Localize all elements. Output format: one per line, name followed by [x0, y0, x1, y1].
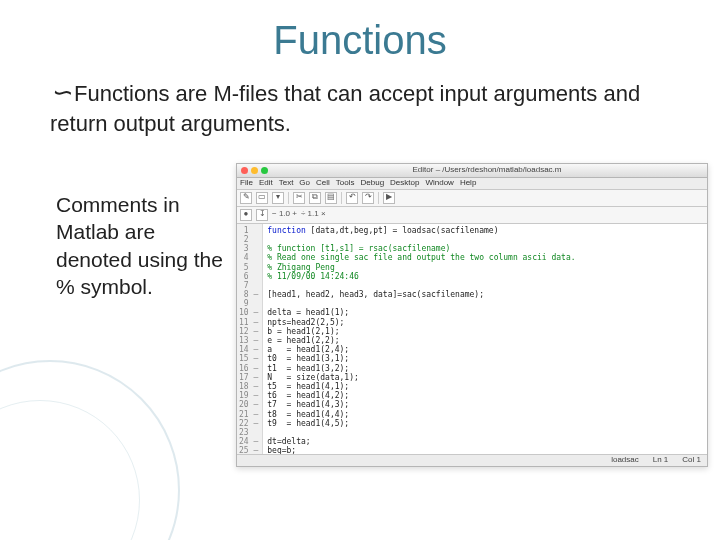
code-content[interactable]: function [data,dt,beg,pt] = loadsac(sacf… [263, 224, 579, 454]
window-title: Editor – /Users/rdeshon/matlab/loadsac.m [271, 166, 703, 175]
menu-go[interactable]: Go [299, 179, 310, 188]
menu-desktop[interactable]: Desktop [390, 179, 419, 188]
new-file-icon[interactable]: ✎ [240, 192, 252, 204]
menu-bar: FileEditTextGoCellToolsDebugDesktopWindo… [237, 178, 707, 190]
menu-help[interactable]: Help [460, 179, 476, 188]
menu-debug[interactable]: Debug [361, 179, 385, 188]
matlab-editor-window: Editor – /Users/rdeshon/matlab/loadsac.m… [236, 163, 708, 467]
menu-edit[interactable]: Edit [259, 179, 273, 188]
code-editor[interactable]: 1 2 3 4 5 6 7 8 – 9 10 – 11 – 12 – 13 – … [237, 224, 707, 454]
copy-icon[interactable]: ⧉ [309, 192, 321, 204]
status-col: Col 1 [682, 456, 701, 465]
bullet-content: Functions are M-files that can accept in… [50, 81, 640, 136]
menu-cell[interactable]: Cell [316, 179, 330, 188]
mac-titlebar: Editor – /Users/rdeshon/matlab/loadsac.m [237, 164, 707, 178]
menu-text[interactable]: Text [279, 179, 294, 188]
toolbar: ✎ ▭ ▾ ✂ ⧉ ▤ ↶ ↷ ▶ [237, 190, 707, 207]
run-icon[interactable]: ▶ [383, 192, 395, 204]
zoom-icon[interactable] [261, 167, 268, 174]
redo-icon[interactable]: ↷ [362, 192, 374, 204]
line-number-gutter: 1 2 3 4 5 6 7 8 – 9 10 – 11 – 12 – 13 – … [237, 224, 263, 454]
slide-title: Functions [0, 0, 720, 77]
open-file-icon[interactable]: ▭ [256, 192, 268, 204]
menu-tools[interactable]: Tools [336, 179, 355, 188]
bullet-glyph: ∽ [50, 78, 72, 107]
breakpoint-icon[interactable]: ● [240, 209, 252, 221]
status-bar: loadsac Ln 1 Col 1 [237, 454, 707, 466]
menu-file[interactable]: File [240, 179, 253, 188]
paste-icon[interactable]: ▤ [325, 192, 337, 204]
save-icon[interactable]: ▾ [272, 192, 284, 204]
menu-window[interactable]: Window [425, 179, 453, 188]
status-tab: loadsac [611, 456, 639, 465]
undo-icon[interactable]: ↶ [346, 192, 358, 204]
close-icon[interactable] [241, 167, 248, 174]
cut-icon[interactable]: ✂ [293, 192, 305, 204]
step-icon[interactable]: ↧ [256, 209, 268, 221]
minimize-icon[interactable] [251, 167, 258, 174]
bullet-text: ∽Functions are M-files that can accept i… [0, 77, 720, 137]
status-line: Ln 1 [653, 456, 669, 465]
toolbar-secondary: ● ↧ − 1.0 + ÷ 1.1 × [237, 207, 707, 224]
